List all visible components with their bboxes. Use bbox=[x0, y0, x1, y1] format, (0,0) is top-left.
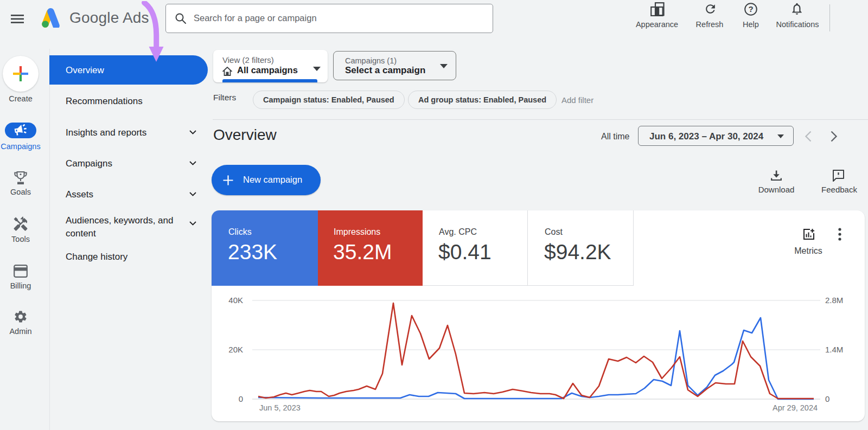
svg-text:1.4M: 1.4M bbox=[825, 345, 843, 354]
svg-text:40K: 40K bbox=[228, 296, 243, 305]
svg-text:20K: 20K bbox=[228, 345, 243, 354]
svg-text:?: ? bbox=[748, 4, 753, 14]
svg-text:0: 0 bbox=[825, 394, 829, 403]
svg-text:0: 0 bbox=[239, 394, 243, 403]
svg-text:Apr 29, 2024: Apr 29, 2024 bbox=[773, 403, 818, 412]
svg-text:2.8M: 2.8M bbox=[825, 296, 843, 305]
svg-text:Jun 5, 2023: Jun 5, 2023 bbox=[259, 403, 301, 412]
